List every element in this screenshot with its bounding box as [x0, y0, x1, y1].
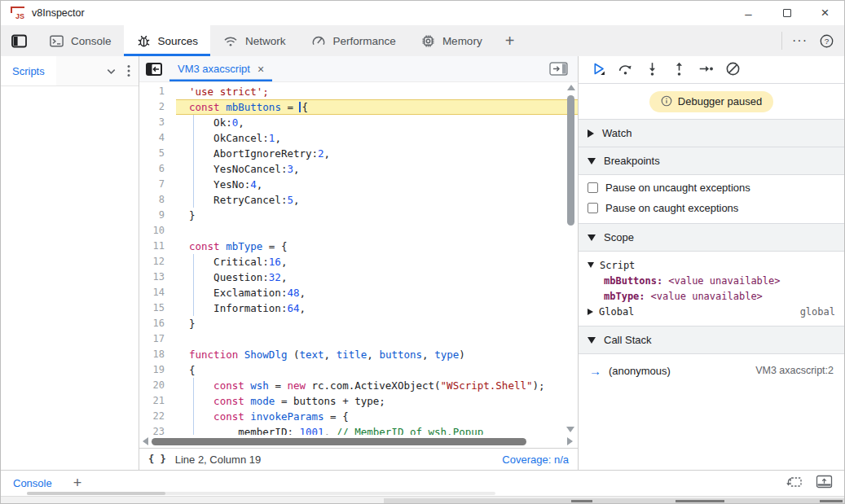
- restore-dock-button[interactable]: [785, 475, 803, 492]
- scroll-left-arrow[interactable]: [143, 437, 148, 445]
- toggle-navigator-button[interactable]: [145, 62, 163, 77]
- line-number[interactable]: 16: [139, 316, 176, 331]
- code-line[interactable]: YesNoCancel:3,: [176, 161, 578, 177]
- tab-performance[interactable]: Performance: [298, 25, 408, 56]
- new-tool-tab-button[interactable]: +: [495, 25, 526, 56]
- code-line[interactable]: AbortIgnoreRetry:2,: [176, 146, 578, 161]
- deactivate-breakpoints-button[interactable]: [720, 59, 745, 81]
- line-number[interactable]: 23: [139, 424, 176, 435]
- line-number[interactable]: 22: [139, 409, 176, 424]
- code-line[interactable]: [176, 331, 578, 347]
- code-line[interactable]: Ok:0,: [176, 115, 578, 130]
- line-number[interactable]: 10: [139, 223, 176, 239]
- close-tab-button[interactable]: ×: [257, 63, 264, 76]
- line-number[interactable]: 19: [139, 362, 176, 378]
- code-line[interactable]: const invokeParams = {: [176, 409, 578, 424]
- navigator-dropdown-button[interactable]: [100, 65, 122, 77]
- more-options-button[interactable]: ···: [782, 25, 817, 56]
- line-number[interactable]: 8: [139, 192, 176, 208]
- code-editor[interactable]: 1'use strict';2const mbButtons = {3 Ok:0…: [139, 82, 578, 435]
- line-number[interactable]: 14: [139, 285, 176, 300]
- line-number[interactable]: 18: [139, 347, 176, 362]
- tab-sources[interactable]: Sources: [124, 25, 211, 56]
- code-line[interactable]: Question:32,: [176, 270, 578, 285]
- scripts-tree[interactable]: [1, 86, 139, 470]
- maximize-button[interactable]: [768, 1, 806, 25]
- step-over-button[interactable]: [613, 59, 637, 81]
- section-breakpoints[interactable]: Breakpoints: [579, 147, 844, 175]
- line-number[interactable]: 17: [139, 331, 176, 347]
- code-line[interactable]: Exclamation:48,: [176, 285, 578, 300]
- code-line[interactable]: const mbType = {: [176, 239, 578, 254]
- checkbox-unchecked[interactable]: [588, 203, 598, 213]
- pause-option-row[interactable]: Pause on uncaught exceptions: [579, 177, 844, 198]
- line-number[interactable]: 6: [139, 161, 176, 177]
- code-line[interactable]: const wsh = new rc.com.ActiveXObject("WS…: [176, 378, 578, 393]
- code-line[interactable]: [176, 223, 578, 239]
- help-button[interactable]: ?: [817, 25, 844, 56]
- dock-side-button[interactable]: [1, 25, 37, 56]
- step-into-button[interactable]: [640, 59, 664, 81]
- line-number[interactable]: 1: [139, 84, 176, 99]
- resume-button[interactable]: [586, 59, 610, 81]
- code-line[interactable]: }: [176, 316, 578, 331]
- drawer-scrollbar[interactable]: [27, 492, 495, 495]
- line-number[interactable]: 12: [139, 254, 176, 270]
- tab-scripts[interactable]: Scripts: [1, 56, 56, 85]
- tab-network[interactable]: Network: [210, 25, 298, 56]
- horizontal-scroll-thumb[interactable]: [152, 438, 526, 445]
- expanded-triangle-icon: [588, 158, 596, 164]
- close-button[interactable]: ×: [806, 1, 844, 25]
- editor-vertical-scrollbar[interactable]: [566, 85, 576, 432]
- vertical-scroll-thumb[interactable]: [567, 95, 574, 226]
- tab-memory[interactable]: Memory: [408, 25, 495, 56]
- line-number[interactable]: 15: [139, 300, 176, 316]
- step-out-button[interactable]: [667, 59, 691, 81]
- section-watch[interactable]: Watch: [579, 120, 844, 147]
- line-number[interactable]: 13: [139, 270, 176, 285]
- line-number[interactable]: 11: [139, 239, 176, 254]
- code-line-paused[interactable]: const mbButtons = {: [176, 99, 578, 115]
- pretty-print-button[interactable]: { }: [148, 454, 166, 465]
- line-number[interactable]: 21: [139, 393, 176, 409]
- editor-horizontal-scrollbar[interactable]: [139, 435, 578, 448]
- code-line[interactable]: memberID: 1001, // MemberID of wsh.Popup: [176, 424, 578, 435]
- code-row: 15 Information:64,: [139, 300, 578, 316]
- line-number[interactable]: 4: [139, 130, 176, 146]
- code-line[interactable]: RetryCancel:5,: [176, 192, 578, 208]
- code-line[interactable]: const mode = buttons + type;: [176, 393, 578, 409]
- step-button[interactable]: [693, 59, 718, 81]
- code-line[interactable]: function ShowDlg (text, title, buttons, …: [176, 347, 578, 362]
- line-number[interactable]: 9: [139, 208, 176, 223]
- line-number[interactable]: 5: [139, 146, 176, 161]
- section-scope[interactable]: Scope: [579, 224, 844, 252]
- drawer-new-tab-button[interactable]: +: [64, 475, 91, 492]
- open-in-panel-button[interactable]: [549, 62, 572, 76]
- call-stack-frame[interactable]: →(anonymous)VM3 axacscript:2: [579, 362, 844, 379]
- scroll-right-arrow[interactable]: [567, 437, 573, 445]
- scope-group-global[interactable]: Globalglobal: [579, 304, 844, 319]
- navigator-menu-button[interactable]: [122, 64, 139, 77]
- checkbox-unchecked[interactable]: [588, 182, 598, 193]
- code-line[interactable]: YesNo:4,: [176, 177, 578, 192]
- code-line[interactable]: Information:64,: [176, 300, 578, 316]
- scope-group-script[interactable]: Script: [579, 257, 844, 273]
- coverage-link[interactable]: Coverage: n/a: [502, 454, 569, 466]
- code-line[interactable]: Critical:16,: [176, 254, 578, 270]
- scroll-down-arrow[interactable]: [566, 427, 574, 432]
- pause-option-row[interactable]: Pause on caught exceptions: [579, 198, 844, 218]
- line-number[interactable]: 20: [139, 378, 176, 393]
- line-number[interactable]: 7: [139, 177, 176, 192]
- line-number[interactable]: 3: [139, 115, 176, 130]
- tab-console[interactable]: Console: [37, 25, 124, 56]
- minimize-button[interactable]: –: [729, 1, 768, 25]
- scroll-up-arrow[interactable]: [567, 85, 575, 90]
- code-line[interactable]: OkCancel:1,: [176, 130, 578, 146]
- section-call-stack[interactable]: Call Stack: [579, 327, 844, 354]
- expand-panel-button[interactable]: [816, 475, 833, 492]
- line-number[interactable]: 2: [139, 99, 176, 115]
- code-line[interactable]: {: [176, 362, 578, 378]
- code-line[interactable]: }: [176, 208, 578, 223]
- code-line[interactable]: 'use strict';: [176, 84, 578, 99]
- editor-tab-vm3-axacscript[interactable]: VM3 axacscript ×: [169, 56, 272, 81]
